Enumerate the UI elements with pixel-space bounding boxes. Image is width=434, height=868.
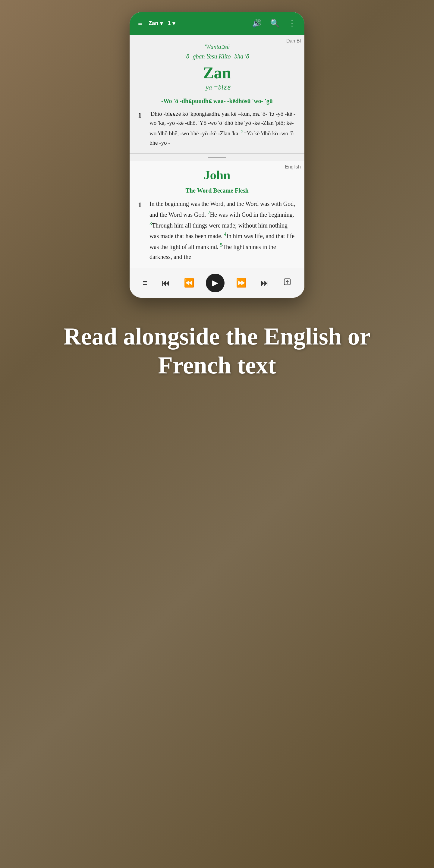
forward-icon: ⏩ bbox=[236, 278, 247, 287]
more-button[interactable]: ⋮ bbox=[287, 18, 297, 29]
zan-title: Zan bbox=[138, 64, 296, 82]
zan-verse-1: 1 'Dhiö -blɛɛzë kö 'kpongtaadhɛ yaa kë =… bbox=[138, 110, 296, 147]
skip-forward-button[interactable]: ⏭ bbox=[258, 276, 272, 290]
play-icon: ▶ bbox=[212, 278, 218, 287]
zan-verse-num: 1 bbox=[138, 110, 147, 147]
list-icon: ≡ bbox=[143, 278, 147, 287]
zan-panel-label: Dan Bl bbox=[286, 38, 301, 44]
english-panel: English John The Word Became Flesh 1 In … bbox=[130, 161, 304, 268]
menu-button[interactable]: ≡ bbox=[137, 18, 144, 29]
scroll-indicator bbox=[130, 154, 304, 161]
top-bar: ≡ Zan ▾ 1 ▾ 🔊 🔍 ⋮ bbox=[130, 12, 304, 35]
skip-back-button[interactable]: ⏮ bbox=[159, 276, 173, 290]
zan-subtitle2: 'ö -gban Yesu Klito -bha 'ö bbox=[138, 52, 296, 61]
content-area: Dan Bl 'Wuntaɔsë 'ö -gban Yesu Klito -bh… bbox=[130, 35, 304, 298]
english-verse-1: 1 In the beginning was the Word, and the… bbox=[138, 199, 296, 262]
zan-panel: Dan Bl 'Wuntaɔsë 'ö -gban Yesu Klito -bh… bbox=[130, 35, 304, 154]
share-icon bbox=[283, 278, 291, 288]
zan-verse-text: 'Dhiö -blɛɛzë kö 'kpongtaadhɛ yaa kë =ku… bbox=[150, 110, 296, 147]
book-dropdown[interactable]: Zan ▾ bbox=[149, 20, 163, 27]
chapter-dropdown[interactable]: 1 ▾ bbox=[167, 20, 175, 27]
more-icon: ⋮ bbox=[288, 19, 296, 28]
zan-subtitle3: -ya =blɛɛ bbox=[138, 84, 296, 91]
chapter-label: 1 bbox=[167, 20, 170, 27]
zan-section-heading: -Wo 'ö -dhɛpuudhɛ waa- -këdhösü 'wo- 'gü bbox=[138, 97, 296, 104]
english-verse-text: In the beginning was the Word, and the W… bbox=[150, 199, 296, 262]
book-dropdown-arrow: ▾ bbox=[160, 20, 163, 27]
chapter-dropdown-arrow: ▾ bbox=[173, 20, 175, 27]
controls-bar: ≡ ⏮ ⏪ ▶ ⏩ ⏭ bbox=[130, 268, 304, 298]
skip-forward-icon: ⏭ bbox=[261, 278, 269, 287]
english-section-heading: The Word Became Flesh bbox=[138, 187, 296, 194]
rewind-icon: ⏪ bbox=[184, 278, 194, 287]
english-verse-num: 1 bbox=[138, 199, 147, 262]
english-panel-label: English bbox=[285, 164, 301, 170]
marketing-heading: Read alongside the English or French tex… bbox=[36, 322, 398, 380]
playlist-button[interactable]: ≡ bbox=[140, 276, 150, 290]
zan-subtitle1: 'Wuntaɔsë bbox=[138, 42, 296, 52]
marketing-section: Read alongside the English or French tex… bbox=[0, 298, 434, 404]
volume-icon: 🔊 bbox=[252, 19, 261, 28]
english-verse-ref-5: 5 bbox=[220, 242, 222, 247]
volume-button[interactable]: 🔊 bbox=[251, 18, 263, 29]
share-button[interactable] bbox=[281, 275, 294, 290]
scroll-bar bbox=[208, 157, 226, 158]
search-icon: 🔍 bbox=[270, 19, 280, 28]
zan-header: 'Wuntaɔsë 'ö -gban Yesu Klito -bha 'ö Za… bbox=[138, 42, 296, 91]
english-title: John bbox=[138, 168, 296, 182]
forward-button[interactable]: ⏩ bbox=[234, 276, 249, 290]
skip-back-icon: ⏮ bbox=[161, 278, 170, 287]
english-verse-ref-4: 4 bbox=[224, 231, 226, 237]
book-label: Zan bbox=[149, 20, 158, 27]
search-button[interactable]: 🔍 bbox=[269, 18, 281, 29]
hamburger-icon: ≡ bbox=[138, 19, 143, 28]
rewind-button[interactable]: ⏪ bbox=[181, 276, 197, 290]
zan-verse-ref-2: 2 bbox=[241, 129, 244, 134]
play-button[interactable]: ▶ bbox=[206, 274, 224, 292]
english-verse-ref-3: 3 bbox=[150, 221, 152, 226]
